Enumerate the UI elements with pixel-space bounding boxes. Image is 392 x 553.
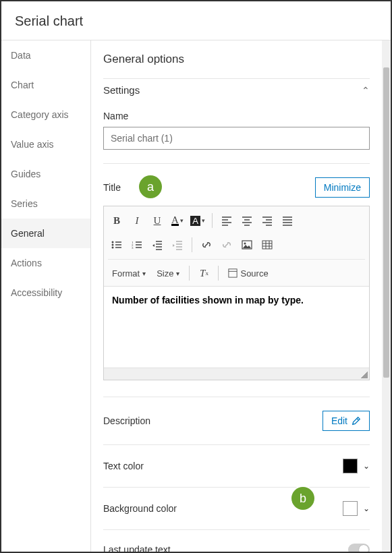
name-input[interactable] bbox=[103, 127, 370, 150]
sidebar-item-chart[interactable]: Chart bbox=[1, 70, 90, 100]
last-update-label: Last update text bbox=[103, 544, 171, 552]
editor-toolbar: B I U A▾ A▾ bbox=[104, 206, 369, 287]
vertical-scrollbar[interactable] bbox=[382, 40, 391, 552]
sidebar-item-accessibility[interactable]: Accessibility bbox=[1, 278, 90, 308]
sidebar: Data Chart Category axis Value axis Guid… bbox=[1, 40, 91, 552]
chevron-down-icon[interactable]: ⌄ bbox=[363, 461, 370, 471]
svg-rect-8 bbox=[262, 241, 272, 249]
bg-color-label: Background color bbox=[103, 503, 177, 514]
sidebar-item-category-axis[interactable]: Category axis bbox=[1, 100, 90, 129]
chevron-down-icon[interactable]: ⌄ bbox=[363, 504, 370, 513]
callout-b: b bbox=[291, 487, 314, 510]
minimize-button[interactable]: Minimize bbox=[315, 177, 370, 198]
format-dropdown[interactable]: Format▾ bbox=[108, 266, 150, 281]
unlink-button[interactable] bbox=[218, 236, 235, 254]
svg-text:3: 3 bbox=[132, 246, 134, 250]
sidebar-item-series[interactable]: Series bbox=[1, 189, 90, 219]
align-right-button[interactable] bbox=[258, 212, 276, 229]
editor-content[interactable]: Number of facilities shown in map by typ… bbox=[104, 287, 369, 368]
image-button[interactable] bbox=[238, 236, 256, 254]
link-button[interactable] bbox=[198, 236, 215, 254]
align-justify-button[interactable] bbox=[279, 212, 296, 229]
pencil-icon bbox=[352, 416, 361, 426]
indent-button[interactable] bbox=[169, 236, 186, 254]
table-button[interactable] bbox=[258, 236, 276, 254]
svg-rect-9 bbox=[229, 269, 237, 277]
text-color-swatch[interactable] bbox=[343, 459, 358, 473]
settings-label: Settings bbox=[103, 84, 140, 96]
text-color-button[interactable]: A▾ bbox=[169, 212, 186, 229]
svg-point-2 bbox=[112, 247, 114, 249]
title-label: Title bbox=[103, 182, 121, 193]
svg-point-1 bbox=[112, 244, 114, 246]
sidebar-item-actions[interactable]: Actions bbox=[1, 248, 90, 278]
callout-a: a bbox=[139, 175, 162, 198]
description-label: Description bbox=[103, 415, 150, 426]
align-left-button[interactable] bbox=[218, 212, 235, 229]
bg-color-swatch[interactable] bbox=[343, 501, 358, 516]
source-button[interactable]: Source bbox=[224, 266, 272, 281]
last-update-toggle[interactable] bbox=[348, 544, 370, 552]
number-list-button[interactable]: 123 bbox=[128, 236, 146, 254]
svg-point-7 bbox=[244, 243, 246, 245]
bold-button[interactable]: B bbox=[108, 212, 125, 229]
chevron-up-icon: ⌃ bbox=[362, 85, 370, 96]
rich-text-editor: B I U A▾ A▾ bbox=[103, 206, 370, 380]
text-color-label: Text color bbox=[103, 461, 144, 471]
page-title: General options bbox=[103, 53, 370, 66]
italic-button[interactable]: I bbox=[128, 212, 146, 229]
sidebar-item-guides[interactable]: Guides bbox=[1, 159, 90, 189]
sidebar-item-data[interactable]: Data bbox=[1, 40, 90, 70]
settings-section-header[interactable]: Settings ⌃ bbox=[103, 78, 370, 101]
size-dropdown[interactable]: Size▾ bbox=[152, 266, 184, 281]
highlight-button[interactable]: A▾ bbox=[189, 212, 206, 229]
window-title: Serial chart bbox=[1, 1, 391, 40]
editor-resize-handle[interactable] bbox=[104, 368, 369, 380]
scrollbar-thumb[interactable] bbox=[383, 67, 389, 378]
sidebar-item-value-axis[interactable]: Value axis bbox=[1, 129, 90, 159]
outdent-button[interactable] bbox=[148, 236, 166, 254]
bullet-list-button[interactable] bbox=[108, 236, 125, 254]
clear-format-button[interactable]: Tx bbox=[195, 264, 213, 282]
underline-button[interactable]: U bbox=[148, 212, 166, 229]
name-label: Name bbox=[103, 111, 370, 121]
svg-point-0 bbox=[112, 241, 114, 243]
main-panel: General options Settings ⌃ Name Title Mi… bbox=[91, 40, 382, 552]
edit-description-button[interactable]: Edit bbox=[323, 411, 370, 431]
sidebar-item-general[interactable]: General bbox=[1, 219, 90, 248]
align-center-button[interactable] bbox=[238, 212, 256, 229]
